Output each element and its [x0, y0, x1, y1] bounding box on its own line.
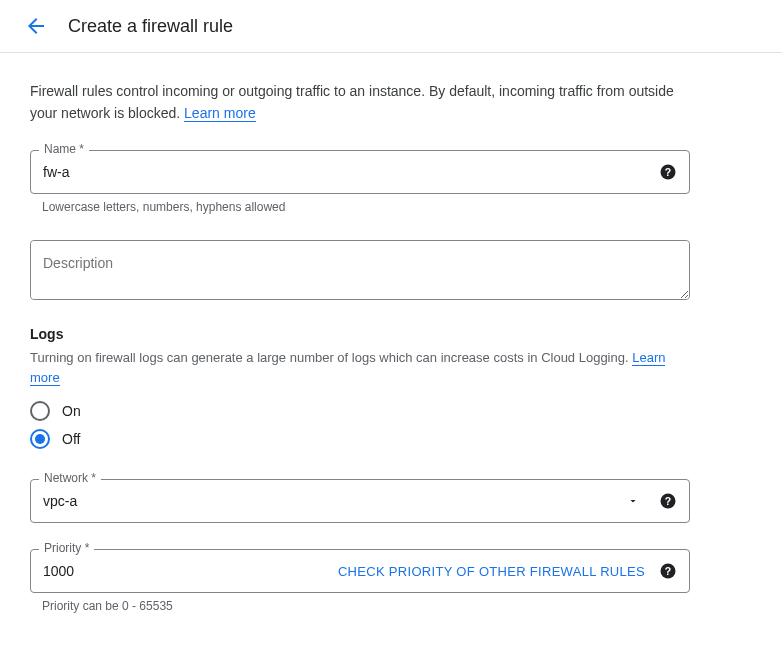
page-title: Create a firewall rule	[68, 16, 233, 37]
intro-text: Firewall rules control incoming or outgo…	[30, 81, 690, 124]
name-field[interactable]: Name * ?	[30, 150, 690, 194]
form-content: Firewall rules control incoming or outgo…	[0, 53, 720, 613]
name-input[interactable]	[43, 164, 653, 180]
logs-desc-text: Turning on firewall logs can generate a …	[30, 350, 632, 365]
description-field[interactable]	[30, 240, 690, 300]
priority-hint: Priority can be 0 - 65535	[42, 599, 690, 613]
svg-text:?: ?	[665, 495, 671, 507]
logs-title: Logs	[30, 326, 690, 342]
name-hint: Lowercase letters, numbers, hyphens allo…	[42, 200, 690, 214]
priority-label: Priority *	[39, 541, 94, 555]
chevron-down-icon	[627, 495, 639, 507]
svg-text:?: ?	[665, 166, 671, 178]
network-field[interactable]: Network * vpc-a ?	[30, 479, 690, 523]
network-label: Network *	[39, 471, 101, 485]
help-icon[interactable]: ?	[659, 163, 677, 181]
header-bar: Create a firewall rule	[0, 0, 782, 53]
radio-checked-icon	[30, 429, 50, 449]
priority-field[interactable]: Priority * CHECK PRIORITY OF OTHER FIREW…	[30, 549, 690, 593]
name-label: Name *	[39, 142, 89, 156]
intro-copy: Firewall rules control incoming or outgo…	[30, 83, 674, 121]
network-value: vpc-a	[43, 493, 623, 509]
intro-learn-more-link[interactable]: Learn more	[184, 105, 256, 122]
help-icon[interactable]: ?	[659, 492, 677, 510]
description-textarea[interactable]	[31, 241, 689, 299]
logs-on-label: On	[62, 403, 81, 419]
logs-desc: Turning on firewall logs can generate a …	[30, 348, 690, 387]
svg-text:?: ?	[665, 565, 671, 577]
logs-off-radio[interactable]: Off	[30, 425, 690, 453]
priority-input[interactable]	[43, 563, 218, 579]
logs-on-radio[interactable]: On	[30, 397, 690, 425]
radio-unchecked-icon	[30, 401, 50, 421]
check-priority-button[interactable]: CHECK PRIORITY OF OTHER FIREWALL RULES	[338, 564, 645, 579]
logs-off-label: Off	[62, 431, 80, 447]
back-arrow-icon[interactable]	[24, 14, 48, 38]
help-icon[interactable]: ?	[659, 562, 677, 580]
